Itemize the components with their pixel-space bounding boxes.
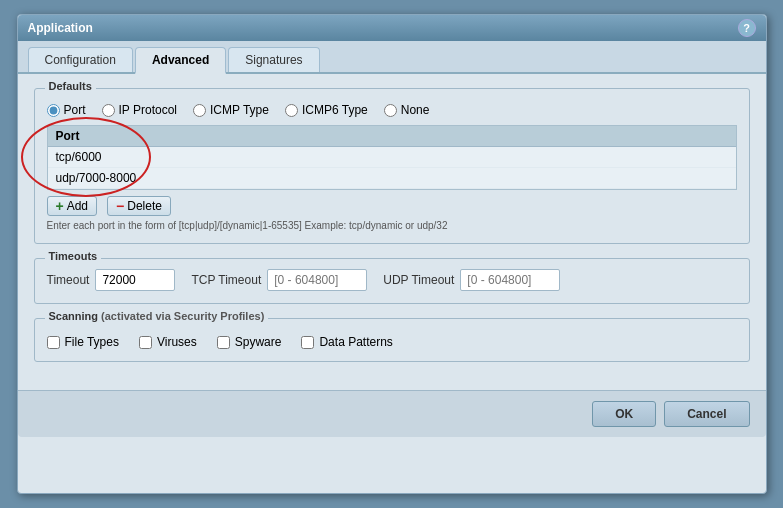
timeout-field: Timeout bbox=[47, 269, 176, 291]
viruses-checkbox[interactable] bbox=[139, 336, 152, 349]
port-list: Port tcp/6000 udp/7000-8000 bbox=[47, 125, 737, 190]
scanning-legend: Scanning (activated via Security Profile… bbox=[45, 310, 269, 322]
delete-button[interactable]: − Delete bbox=[107, 196, 171, 216]
cancel-button[interactable]: Cancel bbox=[664, 401, 749, 427]
add-button[interactable]: + Add bbox=[47, 196, 98, 216]
application-dialog: Application ? Configuration Advanced Sig… bbox=[17, 14, 767, 494]
add-delete-row: + Add − Delete bbox=[47, 196, 737, 216]
dialog-titlebar: Application ? bbox=[18, 15, 766, 41]
viruses-label: Viruses bbox=[157, 335, 197, 349]
dialog-content: Defaults Port IP Protocol ICMP Type bbox=[18, 74, 766, 390]
checkbox-spyware[interactable]: Spyware bbox=[217, 335, 282, 349]
radio-ip-protocol-label: IP Protocol bbox=[119, 103, 177, 117]
file-types-label: File Types bbox=[65, 335, 119, 349]
radio-icmp6-type-input[interactable] bbox=[285, 104, 298, 117]
radio-ip-protocol-input[interactable] bbox=[102, 104, 115, 117]
port-hint: Enter each port in the form of [tcp|udp]… bbox=[47, 220, 737, 231]
data-patterns-checkbox[interactable] bbox=[301, 336, 314, 349]
radio-port[interactable]: Port bbox=[47, 103, 86, 117]
checkbox-file-types[interactable]: File Types bbox=[47, 335, 119, 349]
timeouts-row: Timeout TCP Timeout UDP Timeout bbox=[47, 269, 737, 291]
timeouts-legend: Timeouts bbox=[45, 250, 102, 262]
radio-port-label: Port bbox=[64, 103, 86, 117]
delete-label: Delete bbox=[127, 199, 162, 213]
udp-timeout-input[interactable] bbox=[460, 269, 560, 291]
ok-button[interactable]: OK bbox=[592, 401, 656, 427]
radio-icmp6-type[interactable]: ICMP6 Type bbox=[285, 103, 368, 117]
radio-none[interactable]: None bbox=[384, 103, 430, 117]
port-item-1[interactable]: udp/7000-8000 bbox=[48, 168, 736, 189]
port-item-0[interactable]: tcp/6000 bbox=[48, 147, 736, 168]
defaults-legend: Defaults bbox=[45, 80, 96, 92]
timeouts-section: Timeouts Timeout TCP Timeout UDP Timeout bbox=[34, 258, 750, 304]
help-button[interactable]: ? bbox=[738, 19, 756, 37]
data-patterns-label: Data Patterns bbox=[319, 335, 392, 349]
radio-row: Port IP Protocol ICMP Type ICMP6 Type No… bbox=[47, 103, 737, 117]
dialog-footer: OK Cancel bbox=[18, 390, 766, 437]
tab-bar: Configuration Advanced Signatures bbox=[18, 41, 766, 74]
timeout-label: Timeout bbox=[47, 273, 90, 287]
tcp-timeout-field: TCP Timeout bbox=[191, 269, 367, 291]
radio-port-input[interactable] bbox=[47, 104, 60, 117]
scanning-section: Scanning (activated via Security Profile… bbox=[34, 318, 750, 362]
tab-signatures[interactable]: Signatures bbox=[228, 47, 319, 72]
udp-timeout-field: UDP Timeout bbox=[383, 269, 560, 291]
radio-none-input[interactable] bbox=[384, 104, 397, 117]
scanning-row: File Types Viruses Spyware Data Patterns bbox=[47, 335, 737, 349]
radio-icmp6-type-label: ICMP6 Type bbox=[302, 103, 368, 117]
defaults-section: Defaults Port IP Protocol ICMP Type bbox=[34, 88, 750, 244]
tab-advanced[interactable]: Advanced bbox=[135, 47, 226, 74]
dialog-title: Application bbox=[28, 21, 93, 35]
radio-none-label: None bbox=[401, 103, 430, 117]
tcp-timeout-label: TCP Timeout bbox=[191, 273, 261, 287]
add-icon: + bbox=[56, 199, 64, 213]
tab-configuration[interactable]: Configuration bbox=[28, 47, 133, 72]
radio-ip-protocol[interactable]: IP Protocol bbox=[102, 103, 177, 117]
file-types-checkbox[interactable] bbox=[47, 336, 60, 349]
udp-timeout-label: UDP Timeout bbox=[383, 273, 454, 287]
tcp-timeout-input[interactable] bbox=[267, 269, 367, 291]
checkbox-viruses[interactable]: Viruses bbox=[139, 335, 197, 349]
add-label: Add bbox=[67, 199, 88, 213]
spyware-checkbox[interactable] bbox=[217, 336, 230, 349]
radio-icmp-type-input[interactable] bbox=[193, 104, 206, 117]
delete-icon: − bbox=[116, 199, 124, 213]
radio-icmp-type[interactable]: ICMP Type bbox=[193, 103, 269, 117]
scanning-legend-suffix: (activated via Security Profiles) bbox=[101, 310, 264, 322]
checkbox-data-patterns[interactable]: Data Patterns bbox=[301, 335, 392, 349]
spyware-label: Spyware bbox=[235, 335, 282, 349]
timeout-input[interactable] bbox=[95, 269, 175, 291]
radio-icmp-type-label: ICMP Type bbox=[210, 103, 269, 117]
port-list-header: Port bbox=[48, 126, 736, 147]
